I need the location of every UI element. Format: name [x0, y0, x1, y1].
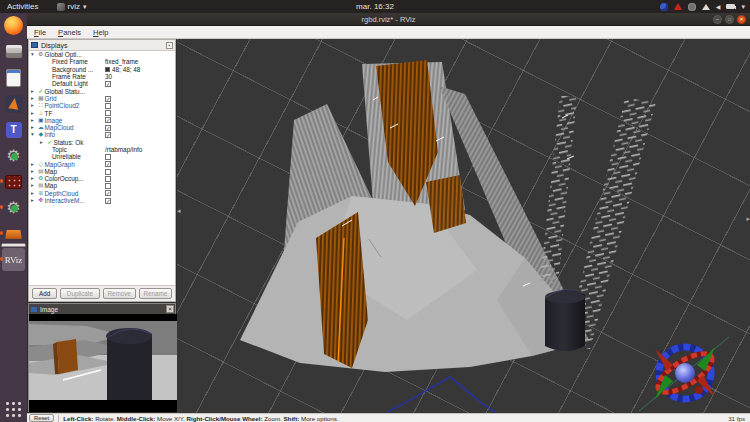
fps-counter: 31 fps	[728, 415, 745, 422]
image-panel-title: Image	[40, 306, 58, 313]
color-swatch	[105, 67, 110, 72]
dock-item-gazebo-box[interactable]	[2, 222, 25, 245]
gear-icon: ⚙	[37, 51, 45, 58]
property-label: Map	[45, 168, 57, 175]
display-row-map[interactable]: ▸▤Map	[29, 168, 175, 175]
dock-item-ros-gear-2[interactable]	[2, 196, 25, 219]
panel-collapse-handle-right[interactable]: ▸	[746, 215, 750, 222]
display-row-pointcloud2[interactable]: ▸∷PointCloud2	[29, 102, 175, 109]
property-label: Unreliable	[52, 153, 81, 160]
panel-collapse-handle-left[interactable]: ◂	[177, 207, 181, 214]
display-row-interactivem[interactable]: ▸✥InteractiveM...✓	[29, 197, 175, 204]
display-row-mapgraph[interactable]: ▸◇MapGraph✓	[29, 160, 175, 167]
menu-panels[interactable]: Panels	[58, 28, 81, 37]
clock[interactable]: mar. 16:32	[356, 2, 394, 11]
view-orientation-marker[interactable]	[639, 337, 729, 411]
dock-item-matlab[interactable]	[2, 92, 25, 115]
checkbox-unchecked[interactable]	[105, 103, 111, 109]
checkbox-checked[interactable]: ✓	[105, 132, 111, 138]
checkbox-unchecked[interactable]	[105, 176, 111, 182]
display-row-depthcloud[interactable]: ▸≋DepthCloud✓	[29, 190, 175, 197]
running-indicator-dot	[0, 205, 3, 209]
checkbox-unchecked[interactable]	[105, 110, 111, 116]
checkbox-unchecked[interactable]	[105, 154, 111, 160]
display-row-grid[interactable]: ▸▦Grid✓	[29, 95, 175, 102]
status-help-label: Shift:	[283, 415, 299, 422]
display-row-info[interactable]: ▾◆Info✓	[29, 131, 175, 138]
menu-help[interactable]: Help	[93, 28, 108, 37]
display-row-image[interactable]: ▸▣Image✓	[29, 117, 175, 124]
display-row-mapcloud[interactable]: ▸☁MapCloud✓	[29, 124, 175, 131]
focused-app-menu[interactable]: rviz	[57, 2, 87, 11]
display-row-frame-rate[interactable]: Frame Rate30	[29, 73, 175, 80]
property-label: Map	[45, 182, 57, 189]
battery-icon	[726, 4, 735, 9]
check-icon: ✓	[46, 139, 54, 146]
dock-item-rviz[interactable]: RViz	[2, 248, 25, 271]
display-row-global-statu[interactable]: ▸✓Global Statu...	[29, 87, 175, 94]
checkbox-checked[interactable]: ✓	[105, 161, 111, 167]
property-value[interactable]: fixed_frame	[105, 58, 138, 65]
display-row-coloroccup[interactable]: ▸⚙ColorOccup...	[29, 175, 175, 182]
property-value[interactable]: 30	[105, 73, 112, 80]
checkbox-unchecked[interactable]	[105, 183, 111, 189]
dock-item-firefox[interactable]	[2, 14, 25, 37]
property-label: Global Statu...	[45, 88, 86, 95]
display-row-background[interactable]: Background ...48; 48; 48	[29, 66, 175, 73]
display-row-map[interactable]: ▸▤Map	[29, 182, 175, 189]
checkbox-checked[interactable]: ✓	[105, 96, 111, 102]
property-label: Global Opti...	[45, 51, 82, 58]
duplicate-button[interactable]: Duplicate	[60, 288, 99, 299]
indicator-blue-icon	[660, 3, 668, 11]
pointcloud-scene	[177, 39, 750, 413]
dock-item-teams[interactable]	[2, 118, 25, 141]
display-row-default-light[interactable]: Default Light✓	[29, 80, 175, 87]
checkbox-checked[interactable]: ✓	[105, 198, 111, 204]
menu-file[interactable]: File	[34, 28, 46, 37]
system-tray[interactable]	[660, 0, 745, 13]
rename-button[interactable]: Rename	[139, 288, 172, 299]
display-row-tf[interactable]: ▸⊥TF	[29, 109, 175, 116]
panel-collapse-button[interactable]: ▪	[166, 42, 173, 49]
checkbox-checked[interactable]: ✓	[105, 190, 111, 196]
dock-item-ros-gear-1[interactable]	[2, 144, 25, 167]
remove-button[interactable]: Remove	[103, 288, 136, 299]
window-titlebar[interactable]: rgbd.rviz* - RViz	[27, 13, 750, 26]
property-value[interactable]: /rtabmap/info	[105, 146, 142, 153]
indicator-alert-icon	[674, 3, 682, 10]
property-label: Info	[45, 131, 56, 138]
activities-button[interactable]: Activities	[7, 2, 39, 11]
dock-item-grid-pad-app[interactable]	[2, 170, 25, 193]
display-row-fixed-frame[interactable]: Fixed Framefixed_frame	[29, 58, 175, 65]
checkbox-checked[interactable]: ✓	[105, 117, 111, 123]
checkbox-checked[interactable]: ✓	[105, 125, 111, 131]
display-row-global-opti[interactable]: ▾⚙Global Opti...	[29, 51, 175, 58]
maximize-button[interactable]	[725, 15, 734, 24]
minimize-button[interactable]	[713, 15, 722, 24]
running-indicator-dot	[0, 231, 3, 235]
file-manager-icon	[6, 45, 22, 58]
dock-item-libreoffice-writer[interactable]	[2, 66, 25, 89]
image-icon: ▣	[37, 117, 45, 124]
displays-panel-header[interactable]: Displays ▪	[29, 40, 175, 51]
reset-button[interactable]: Reset	[29, 414, 54, 422]
display-row-status-ok[interactable]: ▸✓Status: Ok	[29, 139, 175, 146]
dock-item-file-manager[interactable]	[2, 40, 25, 63]
show-applications-button[interactable]	[6, 402, 22, 418]
checkbox-unchecked[interactable]	[105, 169, 111, 175]
render-viewport-3d[interactable]: ◂ ▸	[177, 39, 750, 413]
property-value[interactable]: 48; 48; 48	[105, 66, 140, 73]
display-row-unreliable[interactable]: Unreliable	[29, 153, 175, 160]
close-button[interactable]	[737, 15, 746, 24]
firefox-icon	[4, 16, 23, 35]
image-panel-close-icon[interactable]: ✕	[166, 305, 174, 313]
interactive-icon: ✥	[37, 197, 45, 204]
mapgraph-icon: ◇	[37, 161, 45, 168]
running-indicator-dot	[0, 257, 3, 261]
status-help-label: Middle-Click:	[117, 415, 156, 422]
checkbox-checked[interactable]: ✓	[105, 81, 111, 87]
display-row-topic[interactable]: Topic/rtabmap/info	[29, 146, 175, 153]
occupancy-icon: ⚙	[37, 175, 45, 182]
add-button[interactable]: Add	[32, 288, 57, 299]
image-panel-header[interactable]: Image ✕	[29, 304, 175, 314]
